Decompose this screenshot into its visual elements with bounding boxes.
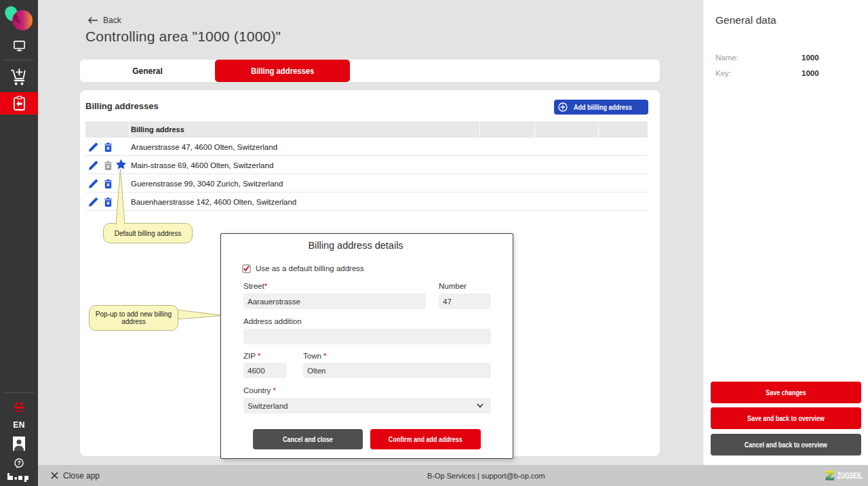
svg-text:?: ? <box>17 460 20 466</box>
svg-text:ZUGSEIL: ZUGSEIL <box>837 471 863 481</box>
